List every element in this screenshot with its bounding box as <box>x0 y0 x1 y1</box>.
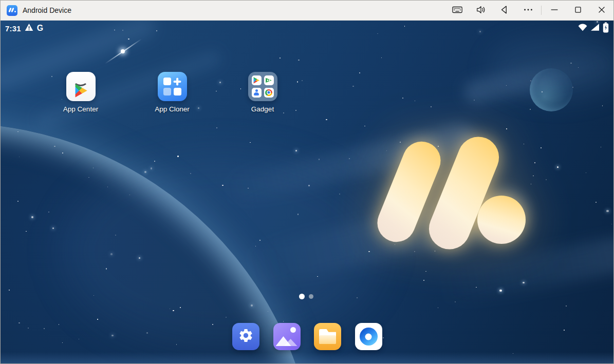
close-button[interactable] <box>590 1 613 20</box>
app-cloner-icon <box>158 72 187 101</box>
wallpaper-small-planet <box>530 68 573 111</box>
wallpaper-light-trail <box>462 49 613 106</box>
minimize-button[interactable] <box>543 1 566 20</box>
wallpaper-light-trail <box>221 122 479 206</box>
google-g-icon: G <box>37 24 43 32</box>
wallpaper-light-trail <box>436 234 613 306</box>
volume-button[interactable] <box>469 1 493 20</box>
minimize-icon <box>549 4 560 17</box>
logo-pill <box>423 130 505 255</box>
android-status-bar[interactable]: 7:31 G <box>1 21 613 35</box>
clock: 7:31 <box>5 24 21 33</box>
wallpaper-bottom-glow <box>1 352 613 363</box>
dock-gallery-button[interactable] <box>273 323 301 350</box>
app-shortcut-app-cloner[interactable]: App Cloner <box>141 72 203 113</box>
mumu-app-logo-icon <box>7 5 17 16</box>
back-button[interactable] <box>493 1 516 20</box>
virtual-keyboard-button[interactable] <box>445 1 469 20</box>
play-games-mini-icon <box>264 75 274 85</box>
folder-icon <box>248 72 277 101</box>
folder-preview-grid <box>252 75 274 98</box>
titlebar-separator <box>541 6 542 15</box>
battery-charging-icon <box>603 22 609 35</box>
close-icon <box>596 4 607 17</box>
cellular-signal-icon <box>591 24 599 33</box>
app-label: App Cloner <box>141 105 203 113</box>
more-options-button[interactable] <box>516 1 540 20</box>
plus-icon <box>174 78 181 85</box>
wallpaper-light-trail <box>241 186 531 289</box>
ellipsis-icon <box>523 4 534 17</box>
keyboard-icon <box>452 4 463 17</box>
dock-settings-button[interactable] <box>232 323 259 350</box>
chrome-mini-icon <box>264 88 274 98</box>
wifi-icon <box>578 24 587 33</box>
gear-icon <box>238 328 254 346</box>
app-folder-gadget[interactable]: Gadget <box>232 72 293 113</box>
page-dot[interactable] <box>309 294 313 299</box>
contacts-mini-icon <box>252 88 262 98</box>
window-title: Android Device <box>23 6 71 14</box>
folder-label: Gadget <box>232 105 293 113</box>
maximize-icon <box>572 4 584 17</box>
warning-icon <box>25 23 33 33</box>
app-shortcut-app-center[interactable]: App Center <box>50 72 111 113</box>
page-indicator <box>299 294 313 299</box>
wallpaper-cloud <box>489 34 613 101</box>
shopping-bag-handle-icon <box>73 73 88 86</box>
wallpaper-planet-glow <box>62 154 381 349</box>
cloner-grid-icon <box>163 78 181 95</box>
titlebar-controls <box>445 1 613 20</box>
dock <box>232 323 382 350</box>
maximize-button[interactable] <box>566 1 590 20</box>
android-screen: 7:31 G <box>1 21 613 363</box>
back-triangle-icon <box>499 4 510 17</box>
titlebar-left: Android Device <box>7 5 71 16</box>
status-bar-left: 7:31 G <box>5 23 43 33</box>
gallery-moon-icon <box>290 327 296 333</box>
dock-files-button[interactable] <box>314 323 341 350</box>
emulator-window: Android Device <box>0 0 614 364</box>
page-dot-active[interactable] <box>299 294 305 299</box>
files-folder-front <box>319 335 336 344</box>
status-bar-right <box>578 22 609 35</box>
logo-dot <box>477 196 526 244</box>
app-label: App Center <box>50 105 111 113</box>
browser-ring-icon <box>360 328 378 346</box>
logo-pill <box>371 136 446 248</box>
speaker-icon <box>475 4 487 17</box>
play-store-mini-icon <box>252 75 262 85</box>
wallpaper-nebula-streak <box>1 301 200 363</box>
window-titlebar: Android Device <box>1 1 613 21</box>
dock-browser-button[interactable] <box>355 323 382 350</box>
app-center-icon <box>66 72 96 101</box>
